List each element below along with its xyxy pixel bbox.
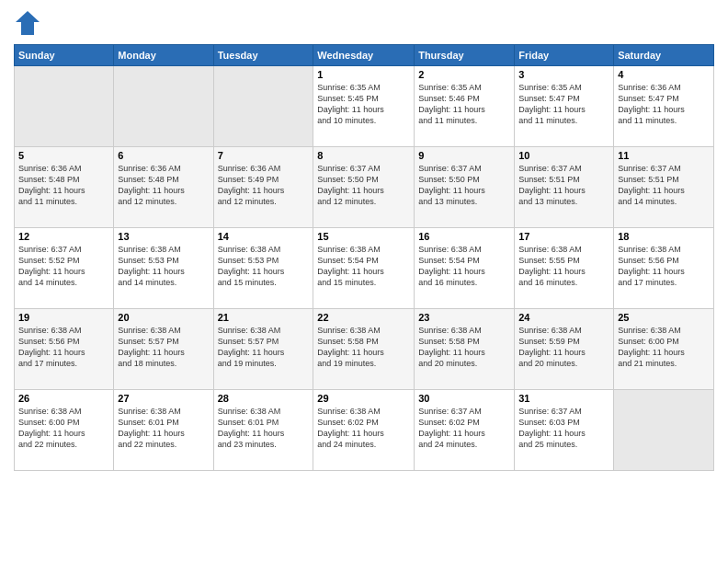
day-number: 24 (518, 312, 609, 323)
day-info: Sunrise: 6:38 AM Sunset: 6:00 PM Dayligh… (18, 406, 109, 451)
calendar-day-cell: 9Sunrise: 6:37 AM Sunset: 5:50 PM Daylig… (415, 147, 515, 228)
calendar-week-row: 5Sunrise: 6:36 AM Sunset: 5:48 PM Daylig… (15, 147, 714, 228)
calendar-day-cell: 8Sunrise: 6:37 AM Sunset: 5:50 PM Daylig… (313, 147, 415, 228)
day-info: Sunrise: 6:37 AM Sunset: 5:51 PM Dayligh… (518, 163, 609, 208)
day-info: Sunrise: 6:36 AM Sunset: 5:48 PM Dayligh… (118, 163, 209, 208)
day-number: 2 (418, 69, 510, 80)
day-number: 3 (518, 69, 609, 80)
day-of-week-header: Thursday (415, 45, 515, 66)
calendar-day-cell: 6Sunrise: 6:36 AM Sunset: 5:48 PM Daylig… (114, 147, 213, 228)
day-info: Sunrise: 6:36 AM Sunset: 5:47 PM Dayligh… (618, 82, 710, 127)
day-info: Sunrise: 6:37 AM Sunset: 5:50 PM Dayligh… (317, 163, 410, 208)
day-info: Sunrise: 6:38 AM Sunset: 5:58 PM Dayligh… (317, 325, 410, 370)
day-of-week-header: Friday (515, 45, 614, 66)
calendar-day-cell: 1Sunrise: 6:35 AM Sunset: 5:45 PM Daylig… (313, 66, 415, 147)
svg-marker-0 (16, 11, 40, 35)
calendar-day-cell: 26Sunrise: 6:38 AM Sunset: 6:00 PM Dayli… (15, 390, 114, 471)
day-info: Sunrise: 6:38 AM Sunset: 6:00 PM Dayligh… (618, 325, 710, 370)
calendar-day-cell: 18Sunrise: 6:38 AM Sunset: 5:56 PM Dayli… (614, 228, 714, 309)
day-number: 5 (18, 150, 109, 161)
day-number: 9 (418, 150, 510, 161)
day-number: 17 (518, 231, 609, 242)
day-info: Sunrise: 6:37 AM Sunset: 5:52 PM Dayligh… (18, 244, 109, 289)
day-info: Sunrise: 6:36 AM Sunset: 5:48 PM Dayligh… (18, 163, 109, 208)
calendar-day-cell: 11Sunrise: 6:37 AM Sunset: 5:51 PM Dayli… (614, 147, 714, 228)
page: SundayMondayTuesdayWednesdayThursdayFrid… (0, 0, 728, 563)
calendar-day-cell: 31Sunrise: 6:37 AM Sunset: 6:03 PM Dayli… (515, 390, 614, 471)
day-info: Sunrise: 6:36 AM Sunset: 5:49 PM Dayligh… (218, 163, 310, 208)
day-number: 18 (618, 231, 710, 242)
calendar-day-cell: 3Sunrise: 6:35 AM Sunset: 5:47 PM Daylig… (515, 66, 614, 147)
day-number: 29 (317, 393, 410, 404)
day-info: Sunrise: 6:35 AM Sunset: 5:47 PM Dayligh… (518, 82, 609, 127)
calendar-day-cell: 12Sunrise: 6:37 AM Sunset: 5:52 PM Dayli… (15, 228, 114, 309)
day-number: 28 (218, 393, 310, 404)
day-of-week-header: Wednesday (313, 45, 415, 66)
day-of-week-header: Monday (114, 45, 213, 66)
header (14, 9, 714, 37)
calendar-day-cell: 15Sunrise: 6:38 AM Sunset: 5:54 PM Dayli… (313, 228, 415, 309)
day-info: Sunrise: 6:38 AM Sunset: 5:57 PM Dayligh… (118, 325, 209, 370)
calendar-week-row: 1Sunrise: 6:35 AM Sunset: 5:45 PM Daylig… (15, 66, 714, 147)
day-info: Sunrise: 6:37 AM Sunset: 6:02 PM Dayligh… (418, 406, 510, 451)
day-info: Sunrise: 6:38 AM Sunset: 5:54 PM Dayligh… (418, 244, 510, 289)
calendar-day-cell: 21Sunrise: 6:38 AM Sunset: 5:57 PM Dayli… (213, 309, 313, 390)
calendar-day-cell: 19Sunrise: 6:38 AM Sunset: 5:56 PM Dayli… (15, 309, 114, 390)
day-number: 14 (218, 231, 310, 242)
calendar-week-row: 19Sunrise: 6:38 AM Sunset: 5:56 PM Dayli… (15, 309, 714, 390)
day-info: Sunrise: 6:38 AM Sunset: 5:57 PM Dayligh… (218, 325, 310, 370)
day-number: 8 (317, 150, 410, 161)
calendar-day-cell: 17Sunrise: 6:38 AM Sunset: 5:55 PM Dayli… (515, 228, 614, 309)
day-of-week-header: Tuesday (213, 45, 313, 66)
day-number: 30 (418, 393, 510, 404)
calendar-day-cell: 22Sunrise: 6:38 AM Sunset: 5:58 PM Dayli… (313, 309, 415, 390)
calendar-day-cell: 27Sunrise: 6:38 AM Sunset: 6:01 PM Dayli… (114, 390, 213, 471)
day-number: 1 (317, 69, 410, 80)
calendar: SundayMondayTuesdayWednesdayThursdayFrid… (14, 44, 714, 471)
day-info: Sunrise: 6:35 AM Sunset: 5:45 PM Dayligh… (317, 82, 410, 127)
day-of-week-header: Sunday (15, 45, 114, 66)
day-info: Sunrise: 6:38 AM Sunset: 5:56 PM Dayligh… (618, 244, 710, 289)
day-number: 16 (418, 231, 510, 242)
day-info: Sunrise: 6:37 AM Sunset: 6:03 PM Dayligh… (518, 406, 609, 451)
day-number: 11 (618, 150, 710, 161)
calendar-day-cell (114, 66, 213, 147)
day-info: Sunrise: 6:38 AM Sunset: 6:01 PM Dayligh… (218, 406, 310, 451)
day-number: 12 (18, 231, 109, 242)
calendar-week-row: 12Sunrise: 6:37 AM Sunset: 5:52 PM Dayli… (15, 228, 714, 309)
day-info: Sunrise: 6:38 AM Sunset: 5:58 PM Dayligh… (418, 325, 510, 370)
calendar-day-cell: 7Sunrise: 6:36 AM Sunset: 5:49 PM Daylig… (213, 147, 313, 228)
calendar-day-cell: 28Sunrise: 6:38 AM Sunset: 6:01 PM Dayli… (213, 390, 313, 471)
calendar-day-cell: 2Sunrise: 6:35 AM Sunset: 5:46 PM Daylig… (415, 66, 515, 147)
day-number: 4 (618, 69, 710, 80)
day-of-week-header: Saturday (614, 45, 714, 66)
day-info: Sunrise: 6:38 AM Sunset: 5:55 PM Dayligh… (518, 244, 609, 289)
day-number: 19 (18, 312, 109, 323)
day-info: Sunrise: 6:38 AM Sunset: 5:59 PM Dayligh… (518, 325, 609, 370)
logo (14, 9, 45, 37)
day-info: Sunrise: 6:37 AM Sunset: 5:51 PM Dayligh… (618, 163, 710, 208)
calendar-day-cell: 24Sunrise: 6:38 AM Sunset: 5:59 PM Dayli… (515, 309, 614, 390)
day-number: 6 (118, 150, 209, 161)
day-number: 27 (118, 393, 209, 404)
day-number: 13 (118, 231, 209, 242)
day-info: Sunrise: 6:38 AM Sunset: 5:56 PM Dayligh… (18, 325, 109, 370)
day-number: 23 (418, 312, 510, 323)
calendar-day-cell: 13Sunrise: 6:38 AM Sunset: 5:53 PM Dayli… (114, 228, 213, 309)
day-info: Sunrise: 6:38 AM Sunset: 5:53 PM Dayligh… (218, 244, 310, 289)
day-number: 20 (118, 312, 209, 323)
calendar-day-cell: 25Sunrise: 6:38 AM Sunset: 6:00 PM Dayli… (614, 309, 714, 390)
day-info: Sunrise: 6:38 AM Sunset: 6:01 PM Dayligh… (118, 406, 209, 451)
day-info: Sunrise: 6:38 AM Sunset: 5:54 PM Dayligh… (317, 244, 410, 289)
calendar-day-cell: 30Sunrise: 6:37 AM Sunset: 6:02 PM Dayli… (415, 390, 515, 471)
calendar-day-cell: 10Sunrise: 6:37 AM Sunset: 5:51 PM Dayli… (515, 147, 614, 228)
day-info: Sunrise: 6:38 AM Sunset: 6:02 PM Dayligh… (317, 406, 410, 451)
calendar-day-cell: 29Sunrise: 6:38 AM Sunset: 6:02 PM Dayli… (313, 390, 415, 471)
day-number: 15 (317, 231, 410, 242)
day-number: 22 (317, 312, 410, 323)
calendar-week-row: 26Sunrise: 6:38 AM Sunset: 6:00 PM Dayli… (15, 390, 714, 471)
day-info: Sunrise: 6:35 AM Sunset: 5:46 PM Dayligh… (418, 82, 510, 127)
calendar-day-cell (15, 66, 114, 147)
calendar-day-cell (213, 66, 313, 147)
day-number: 25 (618, 312, 710, 323)
